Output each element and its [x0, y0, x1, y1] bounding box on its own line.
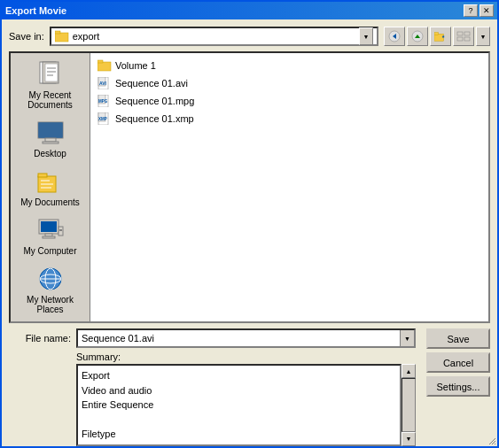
- view-dropdown-arrow[interactable]: ▼: [476, 27, 490, 46]
- svg-text:AVI: AVI: [99, 81, 107, 86]
- sidebar-item-network[interactable]: My Network Places: [15, 261, 86, 318]
- dialog-content: Save in: export ▼: [2, 19, 497, 448]
- scroll-track[interactable]: [402, 378, 416, 432]
- save-in-row: Save in: export ▼: [9, 27, 490, 46]
- svg-rect-27: [41, 187, 51, 189]
- svg-rect-24: [38, 174, 47, 177]
- svg-rect-38: [97, 62, 111, 71]
- save-in-folder-icon: [55, 30, 69, 42]
- list-item-name: Volume 1: [115, 60, 156, 71]
- svg-rect-22: [43, 142, 58, 143]
- svg-rect-39: [97, 60, 103, 63]
- filename-input[interactable]: [78, 330, 400, 346]
- sidebar-item-documents-label: My Documents: [20, 197, 80, 207]
- view-button[interactable]: [453, 27, 474, 46]
- svg-line-51: [495, 444, 495, 444]
- network-icon: [36, 265, 65, 293]
- svg-text:*: *: [442, 35, 445, 41]
- up-button[interactable]: [407, 27, 428, 46]
- main-area: My Recent Documents Desktop: [9, 51, 490, 323]
- filename-combo[interactable]: ▼: [76, 328, 416, 348]
- scroll-up-arrow[interactable]: ▲: [402, 364, 416, 378]
- resize-handle[interactable]: [485, 434, 495, 444]
- sidebar-item-computer[interactable]: My Computer: [15, 212, 86, 259]
- file-list-panel: Volume 1 AVI Sequence 01.avi: [90, 53, 488, 321]
- svg-rect-10: [464, 32, 470, 35]
- list-item[interactable]: XMP Sequence 01.xmp: [94, 110, 485, 127]
- left-panel: My Recent Documents Desktop: [11, 53, 90, 321]
- computer-icon: [36, 216, 65, 244]
- svg-rect-21: [45, 138, 56, 142]
- summary-line: Entire Sequence: [82, 398, 396, 413]
- action-buttons: Save Cancel Settings...: [426, 328, 490, 397]
- title-bar: Export Movie ? ✕: [2, 2, 497, 19]
- sidebar-item-recent[interactable]: My Recent Documents: [15, 57, 86, 113]
- list-item-name: Sequence 01.avi: [115, 78, 188, 89]
- documents-icon: [36, 167, 65, 196]
- desktop-icon: [36, 119, 65, 147]
- title-bar-buttons: ? ✕: [464, 4, 494, 17]
- sidebar-item-computer-label: My Computer: [23, 246, 76, 256]
- filename-label: File name:: [9, 333, 71, 344]
- list-item[interactable]: MPG Sequence 01.mpg: [94, 92, 485, 110]
- save-in-combo[interactable]: export ▼: [50, 27, 378, 46]
- filename-row: File name: ▼: [9, 328, 416, 348]
- svg-rect-25: [41, 180, 50, 182]
- sidebar-item-recent-label: My Recent Documents: [17, 90, 84, 110]
- list-item-name: Sequence 01.xmp: [115, 113, 194, 124]
- summary-line: Video and audio: [82, 383, 396, 398]
- filename-dropdown-arrow[interactable]: ▼: [400, 330, 414, 346]
- sidebar-item-desktop-label: Desktop: [34, 149, 66, 158]
- sidebar-item-documents[interactable]: My Documents: [15, 164, 86, 211]
- svg-rect-0: [55, 33, 68, 42]
- save-in-value: export: [73, 31, 355, 42]
- dialog-title: Export Movie: [5, 5, 66, 16]
- svg-rect-31: [43, 236, 55, 238]
- settings-button[interactable]: Settings...: [426, 376, 490, 397]
- list-item[interactable]: AVI Sequence 01.avi: [94, 74, 485, 92]
- close-button[interactable]: ✕: [480, 4, 494, 17]
- bottom-area: File name: ▼ Summary: Export: [9, 328, 490, 446]
- new-folder-button[interactable]: *: [430, 27, 451, 46]
- svg-rect-1: [55, 31, 60, 34]
- svg-rect-15: [45, 64, 58, 81]
- svg-rect-12: [464, 37, 470, 41]
- recent-icon: [36, 60, 65, 89]
- save-in-label: Save in:: [9, 31, 44, 42]
- svg-rect-9: [457, 32, 463, 35]
- scroll-down-arrow[interactable]: ▼: [402, 432, 416, 446]
- summary-label: Summary:: [76, 351, 416, 362]
- list-item-name: Sequence 01.mpg: [115, 96, 194, 106]
- svg-rect-29: [41, 221, 57, 232]
- toolbar-buttons: * ▼: [384, 27, 490, 46]
- back-button[interactable]: [384, 27, 405, 46]
- svg-rect-26: [41, 183, 53, 185]
- help-button[interactable]: ?: [464, 4, 478, 17]
- summary-line: [82, 413, 396, 428]
- list-item[interactable]: Volume 1: [94, 57, 485, 74]
- summary-content: Export Video and audio Entire Sequence F…: [76, 364, 402, 446]
- svg-text:XMP: XMP: [98, 117, 107, 121]
- save-button[interactable]: Save: [426, 328, 490, 349]
- summary-line: Export: [82, 368, 396, 383]
- svg-rect-20: [39, 123, 62, 137]
- summary-line: Filetype: [82, 427, 396, 442]
- sidebar-item-network-label: My Network Places: [17, 295, 84, 314]
- summary-scrollbar: ▲ ▼: [402, 364, 416, 446]
- folder-icon: [97, 58, 112, 73]
- export-movie-dialog: Export Movie ? ✕ Save in: export ▼: [0, 0, 499, 448]
- svg-text:MPG: MPG: [98, 99, 108, 104]
- xmp-icon: XMP: [97, 112, 112, 126]
- svg-rect-7: [434, 33, 438, 35]
- save-in-dropdown-arrow[interactable]: ▼: [359, 27, 373, 45]
- sidebar-item-desktop[interactable]: Desktop: [15, 115, 86, 162]
- cancel-button[interactable]: Cancel: [426, 352, 490, 373]
- mpg-icon: MPG: [97, 94, 112, 108]
- svg-rect-11: [457, 37, 463, 41]
- svg-rect-33: [59, 229, 62, 231]
- avi-icon: AVI: [97, 76, 112, 90]
